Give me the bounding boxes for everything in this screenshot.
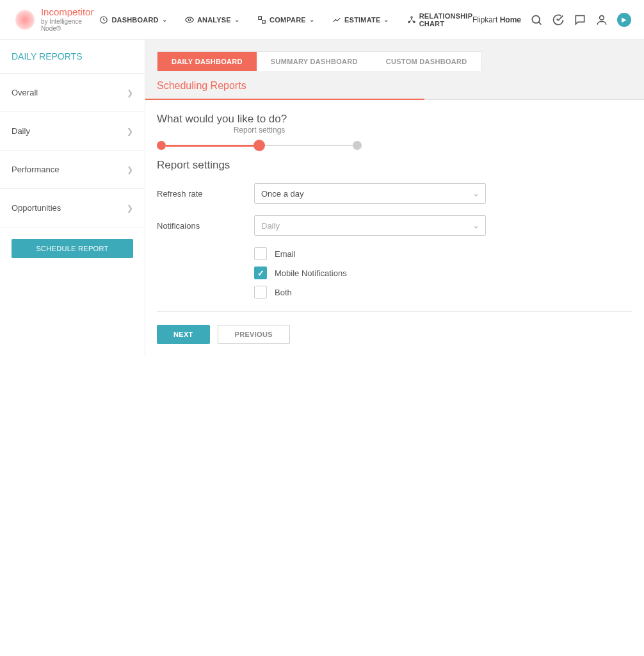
page-title: Scheduling Reports bbox=[157, 71, 632, 99]
step-dot-1[interactable] bbox=[157, 141, 166, 150]
logo[interactable]: Incompetitor by Intelligence Node® bbox=[15, 7, 99, 32]
chevron-down-icon: ⌄ bbox=[473, 222, 479, 230]
sidebar-item-label: Daily bbox=[12, 126, 30, 136]
sidebar: DAILY REPORTS Overall ❯ Daily ❯ Performa… bbox=[0, 40, 145, 357]
nav-label: COMPARE bbox=[270, 16, 306, 24]
chevron-right-icon: ❯ bbox=[127, 165, 133, 174]
header: Incompetitor by Intelligence Node® DASHB… bbox=[0, 0, 644, 40]
logo-tagline: by Intelligence Node® bbox=[41, 18, 100, 32]
notifications-label: Notificaions bbox=[157, 221, 254, 231]
svg-point-1 bbox=[188, 19, 191, 21]
account-label: Flipkart Home bbox=[472, 15, 521, 24]
svg-point-6 bbox=[411, 16, 412, 17]
notifications-value: Daily bbox=[261, 221, 280, 231]
chevron-right-icon: ❯ bbox=[127, 127, 133, 136]
nav-label: ESTIMATE bbox=[344, 16, 380, 24]
play-avatar-icon[interactable]: ▶ bbox=[617, 13, 631, 27]
check-row-both: Both bbox=[254, 286, 632, 299]
form-row-refresh: Refresh rate Once a day ⌄ bbox=[157, 183, 632, 204]
tab-summary-dashboard[interactable]: SUMMARY DASHBOARD bbox=[257, 52, 372, 71]
nav-label: RELATIONSHIP CHART bbox=[419, 12, 472, 28]
estimate-icon bbox=[332, 15, 341, 24]
nav-dashboard[interactable]: DASHBOARD ⌄ bbox=[99, 15, 167, 24]
tab-custom-dashboard[interactable]: CUSTOM DASHBOARD bbox=[372, 52, 481, 71]
step-line-1 bbox=[166, 145, 254, 147]
chevron-down-icon: ⌄ bbox=[234, 16, 239, 23]
topnav: DASHBOARD ⌄ ANALYSE ⌄ COMPARE ⌄ ESTIMATE… bbox=[99, 12, 472, 28]
sidebar-item-overall[interactable]: Overall ❯ bbox=[0, 74, 145, 112]
comment-icon[interactable] bbox=[574, 13, 586, 26]
sidebar-item-label: Opportunities bbox=[12, 203, 61, 213]
chevron-down-icon: ⌄ bbox=[383, 16, 389, 23]
tabs-bar: DAILY DASHBOARD SUMMARY DASHBOARD CUSTOM… bbox=[145, 40, 644, 100]
logo-mark-icon bbox=[15, 10, 35, 30]
refresh-rate-label: Refresh rate bbox=[157, 189, 254, 199]
chevron-down-icon: ⌄ bbox=[162, 16, 167, 23]
compare-icon bbox=[257, 15, 266, 24]
nav-estimate[interactable]: ESTIMATE ⌄ bbox=[332, 15, 389, 24]
svg-rect-2 bbox=[259, 16, 262, 19]
sidebar-item-label: Performance bbox=[12, 165, 59, 174]
content: What would you like to do? Report settin… bbox=[145, 100, 644, 357]
nav-label: ANALYSE bbox=[197, 16, 231, 24]
search-icon[interactable] bbox=[530, 13, 543, 26]
tab-daily-dashboard[interactable]: DAILY DASHBOARD bbox=[157, 52, 257, 71]
active-tab-underline bbox=[145, 99, 424, 100]
prompt-heading: What would you like to do? bbox=[157, 113, 632, 126]
header-right: Flipkart Home ▶ bbox=[472, 13, 631, 27]
svg-point-7 bbox=[532, 15, 540, 23]
nav-analyse[interactable]: ANALYSE ⌄ bbox=[185, 15, 239, 24]
sidebar-item-label: Overall bbox=[12, 88, 38, 97]
sidebar-item-opportunities[interactable]: Opportunities ❯ bbox=[0, 189, 145, 227]
nav-label: DASHBOARD bbox=[111, 16, 158, 24]
chevron-down-icon: ⌄ bbox=[309, 16, 314, 23]
logo-text: Incompetitor by Intelligence Node® bbox=[41, 7, 100, 32]
check-label: Email bbox=[275, 249, 296, 259]
chevron-right-icon: ❯ bbox=[127, 88, 133, 97]
previous-button[interactable]: PREVIOUS bbox=[218, 325, 290, 344]
step-dot-3[interactable] bbox=[353, 141, 362, 150]
sidebar-item-daily[interactable]: Daily ❯ bbox=[0, 112, 145, 151]
check-label: Mobile Notifications bbox=[275, 268, 347, 278]
refresh-rate-select[interactable]: Once a day ⌄ bbox=[254, 183, 486, 204]
step-label: Report settings bbox=[234, 126, 286, 135]
refresh-rate-value: Once a day bbox=[261, 189, 304, 199]
stepper: Report settings bbox=[157, 140, 362, 151]
main: DAILY DASHBOARD SUMMARY DASHBOARD CUSTOM… bbox=[145, 40, 644, 357]
divider bbox=[157, 311, 632, 312]
check-label: Both bbox=[275, 288, 292, 297]
nav-relationship-chart[interactable]: RELATIONSHIP CHART bbox=[407, 12, 472, 28]
chevron-right-icon: ❯ bbox=[127, 204, 133, 213]
checkbox-both[interactable] bbox=[254, 286, 267, 299]
logo-title: Incompetitor bbox=[41, 7, 100, 18]
eye-icon bbox=[185, 15, 194, 24]
chat-check-icon[interactable] bbox=[552, 13, 565, 26]
section-heading: Report settings bbox=[157, 159, 632, 172]
nav-compare[interactable]: COMPARE ⌄ bbox=[257, 15, 314, 24]
notifications-select[interactable]: Daily ⌄ bbox=[254, 215, 486, 236]
chevron-down-icon: ⌄ bbox=[473, 190, 479, 198]
next-button[interactable]: NEXT bbox=[157, 325, 210, 344]
svg-point-8 bbox=[600, 15, 604, 20]
network-icon bbox=[407, 15, 416, 24]
step-line-2 bbox=[265, 145, 353, 146]
step-dot-2[interactable] bbox=[254, 140, 265, 151]
check-row-email: Email bbox=[254, 247, 632, 260]
check-row-mobile: Mobile Notifications bbox=[254, 266, 632, 279]
sidebar-item-performance[interactable]: Performance ❯ bbox=[0, 151, 145, 189]
sidebar-title: DAILY REPORTS bbox=[0, 40, 145, 74]
dashboard-icon bbox=[99, 15, 108, 24]
notification-checks: Email Mobile Notifications Both bbox=[254, 247, 632, 299]
form-row-notifications: Notificaions Daily ⌄ bbox=[157, 215, 632, 236]
svg-rect-3 bbox=[262, 20, 266, 23]
schedule-report-button[interactable]: SCHEDULE REPORT bbox=[12, 239, 133, 258]
user-icon[interactable] bbox=[595, 13, 608, 26]
actions: NEXT PREVIOUS bbox=[157, 325, 632, 344]
tabs: DAILY DASHBOARD SUMMARY DASHBOARD CUSTOM… bbox=[157, 51, 482, 71]
checkbox-email[interactable] bbox=[254, 247, 267, 260]
checkbox-mobile[interactable] bbox=[254, 266, 267, 279]
